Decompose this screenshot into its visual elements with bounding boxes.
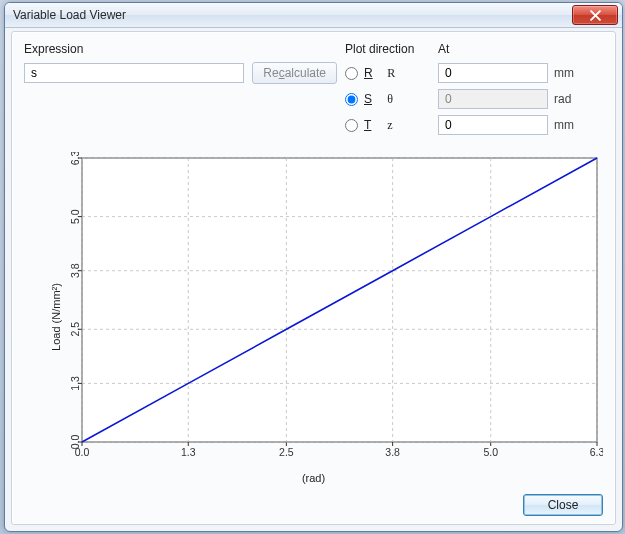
at-unit-t: mm (554, 118, 582, 132)
plot-direction-option-s[interactable]: S θ (345, 86, 430, 112)
plot-direction-symbol: R (387, 66, 395, 81)
at-unit-s: rad (554, 92, 582, 106)
chart-plot-area: 0.01.32.53.85.06.30.01.32.53.85.06.3 (54, 152, 603, 464)
chart: Load (N/mm²) 0.01.32.53.85.06.30.01.32.5… (24, 152, 603, 482)
plot-direction-mnemonic: T (364, 118, 376, 132)
svg-text:1.3: 1.3 (69, 376, 81, 391)
dialog-content: Expression Recalculate Plot direction R … (11, 31, 616, 525)
close-icon (590, 10, 601, 21)
controls-row: Expression Recalculate Plot direction R … (24, 42, 603, 138)
titlebar[interactable]: Variable Load Viewer (5, 3, 622, 28)
svg-text:6.3: 6.3 (590, 446, 603, 458)
plot-direction-symbol: z (387, 118, 392, 133)
at-row-r: mm (438, 60, 603, 86)
at-label: At (438, 42, 603, 60)
plot-direction-mnemonic: R (364, 66, 376, 80)
plot-direction-radio-t[interactable] (345, 119, 358, 132)
at-group: At mmradmm (438, 42, 603, 138)
svg-text:0.0: 0.0 (69, 435, 81, 450)
plot-direction-mnemonic: S (364, 92, 376, 106)
plot-direction-option-t[interactable]: T z (345, 112, 430, 138)
plot-direction-radio-s[interactable] (345, 93, 358, 106)
svg-text:1.3: 1.3 (181, 446, 196, 458)
svg-text:5.0: 5.0 (483, 446, 498, 458)
svg-text:2.5: 2.5 (279, 446, 294, 458)
at-row-s: rad (438, 86, 603, 112)
svg-text:5.0: 5.0 (69, 209, 81, 224)
svg-text:3.8: 3.8 (385, 446, 400, 458)
expression-group: Expression Recalculate (24, 42, 337, 84)
svg-text:2.5: 2.5 (69, 322, 81, 337)
plot-direction-label: Plot direction (345, 42, 430, 60)
at-input-t[interactable] (438, 115, 548, 135)
dialog-footer: Close (523, 494, 603, 516)
svg-text:3.8: 3.8 (69, 263, 81, 278)
window-close-button[interactable] (572, 5, 618, 25)
at-row-t: mm (438, 112, 603, 138)
expression-input[interactable] (24, 63, 244, 83)
recalculate-button[interactable]: Recalculate (252, 62, 337, 84)
chart-x-axis-label: (rad) (24, 472, 603, 484)
svg-text:6.3: 6.3 (69, 152, 81, 165)
plot-direction-option-r[interactable]: R R (345, 60, 430, 86)
plot-direction-radio-r[interactable] (345, 67, 358, 80)
at-unit-r: mm (554, 66, 582, 80)
at-input-r[interactable] (438, 63, 548, 83)
plot-direction-symbol: θ (387, 92, 393, 107)
expression-label: Expression (24, 42, 337, 60)
at-input-s (438, 89, 548, 109)
close-button[interactable]: Close (523, 494, 603, 516)
window-title: Variable Load Viewer (13, 8, 572, 22)
plot-direction-group: Plot direction R RS θT z (345, 42, 430, 138)
dialog-window: Variable Load Viewer Expression Recalcul… (4, 2, 623, 532)
